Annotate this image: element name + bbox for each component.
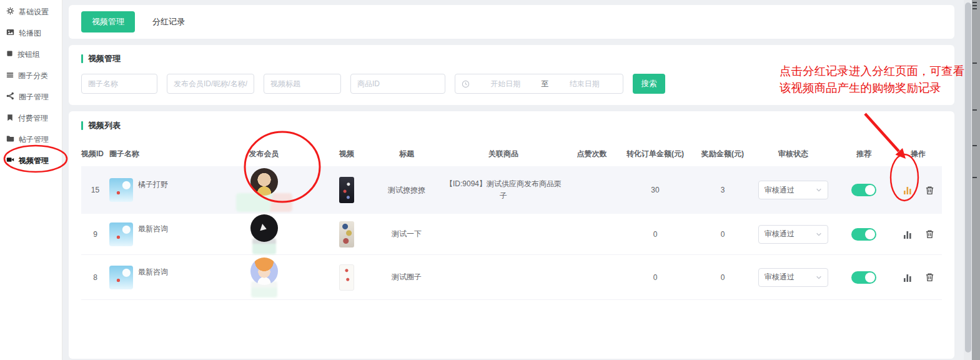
clock-icon <box>462 80 470 88</box>
col-header-actions: 操作 <box>894 149 942 159</box>
start-date-placeholder[interactable]: 开始日期 <box>473 79 538 89</box>
video-thumbnail[interactable] <box>339 221 354 248</box>
review-status-select[interactable]: 审核通过 <box>758 225 828 244</box>
toggle-knob <box>865 272 875 282</box>
date-range-picker[interactable]: 开始日期 至 结束日期 <box>455 74 623 94</box>
video-id: 15 <box>81 186 109 194</box>
review-status-cell: 审核通过 <box>753 225 833 244</box>
table-header-row: 视频ID 圈子名称 发布会员 视频 标题 关联商品 点赞次数 转化订单金额(元)… <box>81 141 942 166</box>
scrollbar-thumb[interactable] <box>965 2 971 352</box>
sidebar-item-circle-category[interactable]: 圈子分类 <box>0 65 62 86</box>
sidebar-item-carousel[interactable]: 轮播图 <box>0 22 62 44</box>
actions-cell <box>894 185 942 195</box>
tab-video-management[interactable]: 视频管理 <box>81 11 135 32</box>
col-header-recommend: 推荐 <box>833 149 894 159</box>
col-header-publisher: 发布会员 <box>206 149 322 159</box>
col-header-review-status: 审核状态 <box>753 149 833 159</box>
sidebar-item-video-management[interactable]: 视频管理 <box>0 150 62 171</box>
recommend-cell <box>833 184 894 196</box>
main-content: 视频管理 分红记录 视频管理 开始日期 至 结束日期 搜索 视频列表 <box>69 0 954 359</box>
sidebar-item-label: 帖子管理 <box>19 134 49 145</box>
sidebar-item-label: 圈子分类 <box>18 71 48 81</box>
chart-icon[interactable] <box>903 272 913 282</box>
tab-dividend-records[interactable]: 分红记录 <box>152 16 185 28</box>
col-header-video-id: 视频ID <box>81 149 109 159</box>
col-header-video: 视频 <box>322 149 372 159</box>
sidebar-item-label: 基础设置 <box>19 7 49 18</box>
col-header-likes: 点赞次数 <box>565 149 618 159</box>
sidebar-item-label: 轮播图 <box>19 28 41 39</box>
sidebar-item-basic-settings[interactable]: 基础设置 <box>0 1 62 22</box>
actions-cell <box>894 229 942 239</box>
publisher-cell <box>206 168 322 212</box>
chart-icon[interactable] <box>903 229 913 239</box>
sidebar-item-payment-management[interactable]: 付费管理 <box>0 108 62 129</box>
table-section-title: 视频列表 <box>81 120 942 131</box>
chevron-down-icon <box>816 231 822 238</box>
sidebar-item-post-management[interactable]: 帖子管理 <box>0 129 62 150</box>
circle-thumbnail <box>109 222 133 246</box>
reward-amount: 0 <box>692 273 753 282</box>
window-edge-strip <box>972 0 980 360</box>
folder-icon <box>6 134 14 144</box>
toggle-knob <box>865 185 875 195</box>
image-icon <box>6 28 14 38</box>
bookmark-icon <box>6 114 14 123</box>
review-status-select[interactable]: 审核通过 <box>758 181 828 199</box>
video-title: 测试圈子 <box>372 272 442 282</box>
publisher-name-blurred <box>236 193 292 212</box>
video-cell <box>322 221 372 248</box>
publisher-avatar <box>250 168 278 196</box>
circle-name: 最新咨询 <box>138 224 168 234</box>
trash-icon[interactable] <box>925 229 934 239</box>
video-id: 8 <box>81 273 109 282</box>
sidebar-item-label: 付费管理 <box>18 113 48 124</box>
video-title: 测试撩撩撩 <box>372 185 442 196</box>
sidebar-item-circle-management[interactable]: 圈子管理 <box>0 86 62 108</box>
recommend-toggle[interactable] <box>851 228 876 241</box>
sidebar-item-button-group[interactable]: 按钮组 <box>0 44 62 65</box>
circle-name: 最新咨询 <box>138 267 168 278</box>
filter-section-title: 视频管理 <box>81 53 942 64</box>
video-thumbnail[interactable] <box>339 264 354 291</box>
col-header-circle-name: 圈子名称 <box>109 149 206 159</box>
publisher-cell <box>206 214 322 254</box>
section-accent-bar <box>81 54 83 63</box>
search-button[interactable]: 搜索 <box>633 74 665 94</box>
video-thumbnail[interactable] <box>339 177 354 203</box>
circle-name: 橘子打野 <box>138 179 168 190</box>
circle-cell: 最新咨询 <box>109 222 206 246</box>
sidebar-item-label: 按钮组 <box>17 49 40 60</box>
sidebar: 基础设置 轮播图 按钮组 圈子分类 圈子管理 付费管理 帖子管理 视频管理 <box>0 0 62 360</box>
publisher-avatar <box>250 214 278 242</box>
video-icon <box>6 156 14 166</box>
circle-cell: 最新咨询 <box>109 266 206 289</box>
chart-icon[interactable] <box>903 185 913 195</box>
sidebar-item-label: 圈子管理 <box>19 92 49 102</box>
circle-name-input[interactable] <box>81 74 157 94</box>
video-cell <box>322 264 372 291</box>
recommend-toggle[interactable] <box>851 271 876 284</box>
vertical-scrollbar <box>964 0 972 360</box>
video-cell <box>322 177 372 203</box>
trash-icon[interactable] <box>925 272 934 282</box>
filter-row: 开始日期 至 结束日期 搜索 <box>81 74 942 94</box>
publisher-avatar <box>250 258 278 285</box>
circle-cell: 橘子打野 <box>109 178 206 202</box>
sidebar-item-label: 视频管理 <box>19 156 49 166</box>
list-icon <box>6 71 14 81</box>
linked-product: 【ID:9094】测试供应商发布商品栗子 <box>442 178 565 202</box>
product-id-input[interactable] <box>350 74 445 94</box>
table-row: 8 最新咨询 测试圈子 0 0 审核通过 <box>81 255 942 300</box>
trash-icon[interactable] <box>925 186 934 195</box>
recommend-cell <box>833 271 894 284</box>
share-icon <box>6 92 14 102</box>
recommend-toggle[interactable] <box>851 184 876 196</box>
end-date-placeholder[interactable]: 结束日期 <box>553 79 617 89</box>
toggle-knob <box>865 229 875 239</box>
table-row: 15 橘子打野 测试撩撩撩 【ID:9094】测试供应商发布商品栗子 30 3 … <box>81 166 942 214</box>
publisher-input[interactable] <box>167 74 254 94</box>
video-title-input[interactable] <box>264 74 341 94</box>
video-id: 9 <box>81 230 109 239</box>
review-status-select[interactable]: 审核通过 <box>758 268 828 287</box>
